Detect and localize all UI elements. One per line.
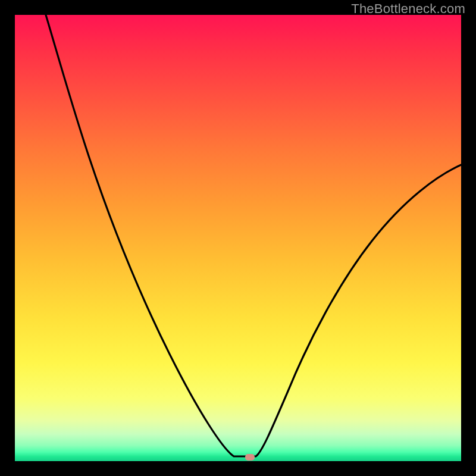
chart-frame: TheBottleneck.com [0, 0, 476, 476]
optimal-marker [245, 454, 255, 461]
bottleneck-curve [15, 15, 461, 461]
curve-path [46, 15, 461, 456]
plot-area [15, 15, 461, 461]
watermark-text: TheBottleneck.com [351, 1, 465, 17]
